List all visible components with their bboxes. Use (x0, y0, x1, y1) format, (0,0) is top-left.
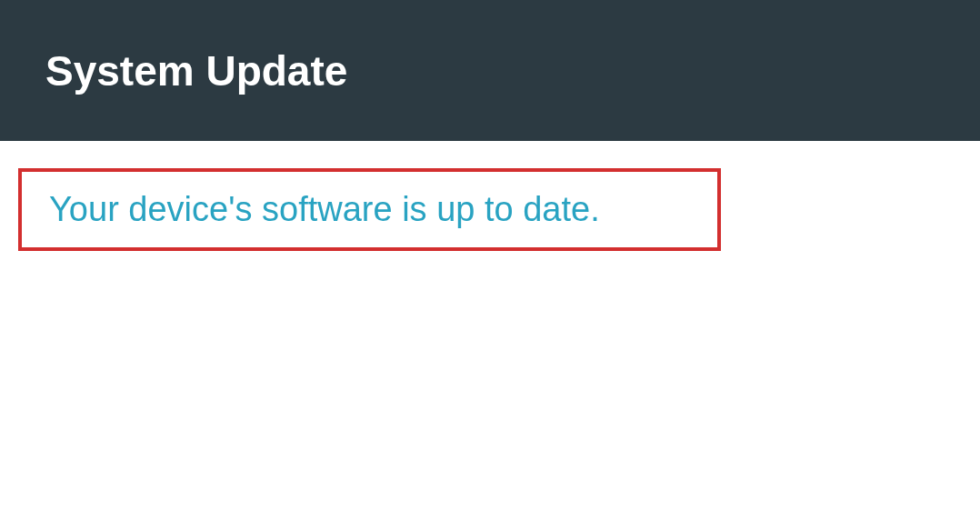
page-title: System Update (45, 46, 347, 95)
update-status-text: Your device's software is up to date. (49, 190, 690, 229)
app-header: System Update (0, 0, 980, 141)
status-highlight-box: Your device's software is up to date. (18, 168, 721, 251)
content-area: Your device's software is up to date. (0, 141, 980, 278)
